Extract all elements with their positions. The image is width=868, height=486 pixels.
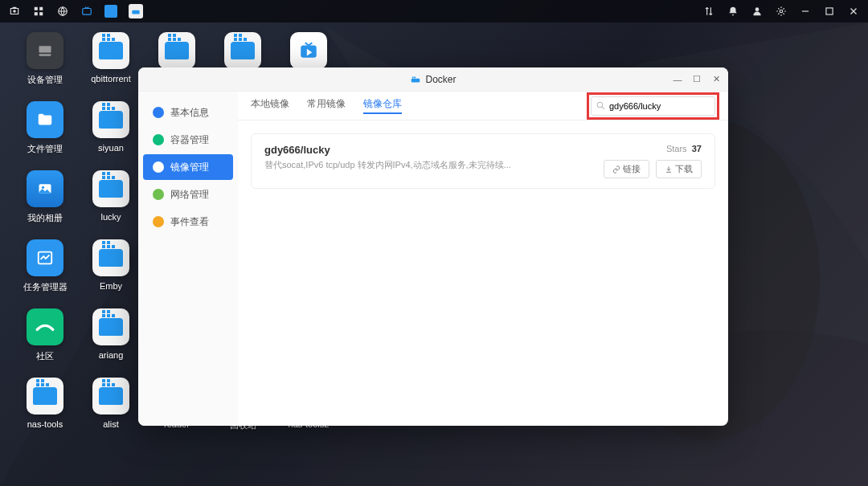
svg-point-1	[13, 10, 16, 13]
desktop-icon-label: nas-tools	[27, 419, 63, 429]
docker-icon	[410, 74, 421, 85]
window-titlebar: Docker — ☐ ✕	[138, 67, 728, 92]
sidebar-item-icon	[153, 134, 164, 145]
desktop-icon[interactable]: lucky	[80, 170, 141, 239]
search-container	[591, 96, 715, 116]
svg-rect-15	[39, 46, 51, 52]
desktop-icon-label: siyuan	[98, 143, 124, 153]
svg-rect-16	[39, 54, 51, 56]
desktop-icon-label: 任务管理器	[23, 281, 68, 293]
link-button[interactable]: 链接	[604, 160, 649, 178]
tab[interactable]: 本地镜像	[251, 97, 289, 114]
desktop-icon-label: Emby	[100, 281, 122, 291]
grid-icon[interactable]	[32, 5, 45, 18]
sidebar-item-label: 事件查看	[170, 215, 209, 229]
sidebar-item-icon	[153, 216, 164, 227]
sidebar-item-icon	[153, 189, 164, 200]
svg-line-25	[602, 107, 604, 109]
svg-rect-3	[39, 7, 43, 10]
desktop-icon-label: 我的相册	[27, 212, 63, 224]
user-icon[interactable]	[751, 5, 764, 18]
svg-rect-7	[83, 9, 92, 15]
minimize-icon[interactable]	[799, 5, 812, 18]
desktop-icon[interactable]: Emby	[80, 239, 141, 308]
desktop-icon[interactable]: 任务管理器	[14, 239, 76, 308]
close-icon[interactable]	[847, 5, 860, 18]
globe-icon[interactable]	[56, 5, 69, 18]
desktop-icon-label: qbittorrent	[91, 74, 131, 84]
svg-rect-2	[35, 7, 38, 10]
svg-point-24	[597, 102, 603, 108]
stars-count: Stars 37	[666, 144, 702, 153]
svg-rect-5	[39, 12, 43, 15]
desktop-icon[interactable]: qbittorrent	[80, 32, 141, 101]
download-icon	[665, 165, 673, 174]
svg-rect-22	[412, 76, 414, 78]
docker-window: Docker — ☐ ✕ 基本信息容器管理镜像管理网络管理事件查看 本地镜像常用…	[138, 67, 728, 426]
sidebar-item[interactable]: 镜像管理	[143, 154, 233, 180]
sidebar-item-label: 镜像管理	[170, 161, 209, 174]
result-description: 替代socat,IPv6 tcp/udp 转发内网IPv4,动态域名服务,未完待…	[264, 159, 604, 171]
desktop-icon[interactable]: 设备管理	[14, 32, 76, 101]
tv-icon[interactable]	[80, 5, 93, 18]
sidebar-item-label: 网络管理	[170, 188, 209, 202]
window-close-icon[interactable]: ✕	[710, 74, 722, 85]
svg-rect-12	[826, 8, 833, 14]
desktop-icon-label: alist	[103, 419, 119, 429]
search-icon	[596, 100, 606, 111]
sidebar-item-label: 容器管理	[170, 133, 209, 147]
desktop-icon[interactable]: 社区	[14, 308, 76, 378]
maximize-icon[interactable]	[823, 5, 836, 18]
gear-icon[interactable]	[775, 5, 788, 18]
desktop-icon-label: 社区	[36, 350, 54, 362]
updown-icon[interactable]	[702, 5, 715, 18]
desktop-icon-label: 设备管理	[27, 74, 63, 86]
svg-point-10	[780, 10, 783, 13]
sidebar: 基本信息容器管理镜像管理网络管理事件查看	[138, 92, 238, 426]
tabs-bar: 本地镜像常用镜像镜像仓库	[238, 92, 728, 120]
sidebar-item[interactable]: 网络管理	[143, 182, 233, 207]
window-minimize-icon[interactable]: —	[672, 74, 683, 85]
svg-rect-21	[411, 78, 420, 82]
sidebar-item[interactable]: 基本信息	[143, 100, 233, 125]
window-title: Docker	[410, 74, 456, 85]
result-card: gdy666/lucky 替代socat,IPv6 tcp/udp 转发内网IP…	[251, 133, 715, 189]
sidebar-item-icon	[153, 107, 164, 118]
system-topbar	[0, 0, 868, 22]
bell-icon[interactable]	[727, 5, 739, 18]
sidebar-item-icon	[153, 161, 164, 173]
search-input[interactable]	[591, 96, 715, 116]
window-maximize-icon[interactable]: ☐	[691, 74, 702, 85]
svg-point-9	[755, 7, 760, 11]
svg-rect-23	[415, 76, 416, 78]
svg-rect-8	[132, 10, 139, 14]
desktop-icon[interactable]: 我的相册	[14, 170, 76, 239]
tab[interactable]: 镜像仓库	[363, 97, 402, 114]
desktop-icon-label: ariang	[99, 350, 124, 360]
desktop-icon[interactable]: alist	[80, 378, 141, 447]
result-title: gdy666/lucky	[264, 144, 604, 156]
sidebar-item-label: 基本信息	[170, 106, 209, 120]
folder-icon[interactable]	[104, 5, 117, 18]
desktop-icon[interactable]: ariang	[80, 308, 141, 378]
camera-icon[interactable]	[8, 5, 21, 18]
desktop-icon[interactable]: siyuan	[80, 101, 141, 170]
sidebar-item[interactable]: 事件查看	[143, 209, 233, 235]
svg-point-19	[42, 186, 44, 189]
link-icon	[612, 165, 620, 174]
desktop-icon[interactable]: 文件管理	[14, 101, 76, 170]
desktop-icon-label: 文件管理	[27, 143, 63, 155]
svg-rect-4	[35, 12, 38, 15]
sidebar-item[interactable]: 容器管理	[143, 127, 233, 153]
desktop-icon-label: lucky	[100, 212, 121, 222]
desktop-icon[interactable]: nas-tools	[14, 378, 76, 447]
docker-app-icon[interactable]	[129, 4, 143, 18]
tab[interactable]: 常用镜像	[307, 97, 346, 114]
download-button[interactable]: 下载	[656, 160, 702, 178]
